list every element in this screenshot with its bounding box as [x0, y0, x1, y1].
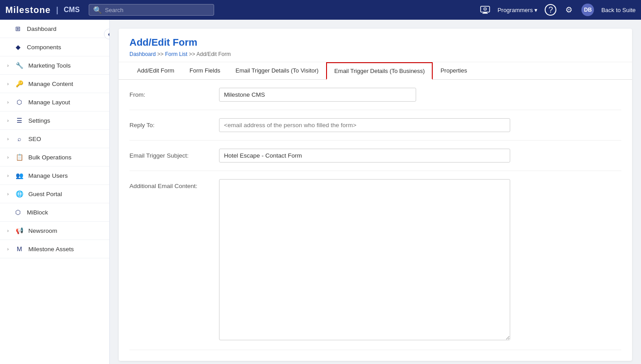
- content-panel: Add/Edit Form Dashboard >> Form List >> …: [119, 29, 632, 361]
- sidebar-item-label-settings: Settings: [28, 117, 104, 124]
- sidebar-item-milestone-assets[interactable]: ›MMilestone Assets: [0, 240, 109, 258]
- avatar[interactable]: DB: [581, 4, 594, 16]
- breadcrumb-current: Add/Edit Form: [196, 51, 231, 57]
- from-label: From:: [129, 88, 219, 98]
- sidebar-item-manage-content[interactable]: ›🔑Manage Content: [0, 75, 109, 93]
- guest-portal-icon: 🌐: [15, 189, 24, 198]
- newsroom-icon: 📢: [15, 226, 24, 235]
- sidebar-item-settings[interactable]: ›☰Settings: [0, 111, 109, 130]
- chevron-right-icon: ›: [7, 63, 9, 68]
- marketing-tools-icon: 🔧: [15, 61, 24, 70]
- additional-content-row: Additional Email Content:: [129, 171, 621, 350]
- brand-cms: CMS: [64, 6, 80, 14]
- brand-milestone: Milestone: [5, 5, 51, 15]
- top-navigation: Milestone | CMS 🔍 Programmers ▾ ? ⚙ DB B…: [0, 0, 641, 20]
- search-input[interactable]: [105, 7, 210, 13]
- chevron-down-icon: ▾: [534, 7, 538, 13]
- from-field: [219, 88, 621, 102]
- subject-row: Email Trigger Subject:: [129, 141, 621, 171]
- chevron-right-icon: ›: [7, 100, 9, 105]
- miblock-icon: ⬡: [13, 208, 22, 217]
- sidebar-item-label-newsroom: Newsroom: [28, 227, 104, 234]
- components-icon: ◆: [13, 43, 22, 51]
- sidebar-item-bulk-operations[interactable]: ›📋Bulk Operations: [0, 148, 109, 167]
- reply-to-field: [219, 118, 621, 132]
- tab-email-trigger-visitor[interactable]: Email Trigger Details (To Visitor): [228, 62, 326, 80]
- tab-add-edit-form[interactable]: Add/Edit Form: [129, 62, 182, 80]
- sidebar-item-label-dashboard: Dashboard: [27, 26, 104, 32]
- breadcrumb-formlist[interactable]: Form List: [165, 51, 187, 57]
- brand-logo: Milestone | CMS: [5, 5, 80, 15]
- chevron-right-icon: ›: [7, 192, 9, 197]
- sidebar-item-label-manage-users: Manage Users: [28, 172, 104, 179]
- additional-content-label: Additional Email Content:: [129, 179, 219, 189]
- seo-icon: ⌕: [15, 134, 24, 143]
- help-icon[interactable]: ?: [545, 4, 556, 16]
- sidebar-item-marketing-tools[interactable]: ›🔧Marketing Tools: [0, 56, 109, 75]
- breadcrumb-dashboard[interactable]: Dashboard: [129, 51, 156, 57]
- chevron-right-icon: ›: [7, 247, 9, 252]
- form-area: From: Reply To: Email Trigger Subject:: [119, 80, 632, 361]
- additional-content-textarea[interactable]: [219, 179, 510, 340]
- chevron-right-icon: ›: [7, 228, 9, 233]
- sidebar-item-label-manage-layout: Manage Layout: [28, 99, 104, 106]
- milestone-assets-icon: M: [15, 244, 24, 253]
- sidebar-item-guest-portal[interactable]: ›🌐Guest Portal: [0, 185, 109, 203]
- sidebar-item-label-guest-portal: Guest Portal: [28, 191, 104, 197]
- search-icon: 🔍: [93, 4, 102, 15]
- tab-properties[interactable]: Properties: [433, 62, 474, 80]
- monitor-icon[interactable]: [480, 4, 490, 15]
- sidebar-item-label-miblock: MiBlock: [27, 209, 104, 216]
- manage-content-icon: 🔑: [15, 79, 24, 88]
- programmers-dropdown[interactable]: Programmers ▾: [498, 7, 538, 13]
- topnav-right: Programmers ▾ ? ⚙ DB Back to Suite: [480, 4, 636, 16]
- subject-field: [219, 149, 621, 163]
- gear-icon[interactable]: ⚙: [564, 4, 574, 15]
- reply-to-row: Reply To:: [129, 110, 621, 141]
- tab-email-trigger-business[interactable]: Email Trigger Details (To Business): [326, 62, 433, 80]
- tab-form-fields[interactable]: Form Fields: [182, 62, 228, 80]
- chevron-right-icon: ›: [7, 137, 9, 141]
- page-title: Add/Edit Form: [129, 37, 621, 48]
- bulk-operations-icon: 📋: [15, 153, 24, 162]
- svg-rect-1: [483, 12, 487, 13]
- sidebar-item-dashboard[interactable]: ⊞Dashboard: [0, 20, 109, 38]
- chevron-right-icon: ›: [7, 155, 9, 160]
- chevron-right-icon: ›: [7, 118, 9, 123]
- svg-rect-2: [482, 13, 488, 14]
- sidebar-item-label-seo: SEO: [28, 136, 104, 142]
- sidebar-item-manage-layout[interactable]: ›⬡Manage Layout: [0, 93, 109, 111]
- svg-point-4: [485, 9, 486, 9]
- main-content: Add/Edit Form Dashboard >> Form List >> …: [110, 20, 641, 364]
- sidebar-item-label-bulk-operations: Bulk Operations: [28, 154, 104, 161]
- reply-to-input[interactable]: [219, 118, 510, 132]
- subject-input[interactable]: [219, 149, 510, 163]
- search-bar[interactable]: 🔍: [89, 4, 214, 16]
- from-input[interactable]: [219, 88, 416, 102]
- manage-users-icon: 👥: [15, 171, 24, 180]
- chevron-right-icon: ›: [7, 81, 9, 86]
- manage-layout-icon: ⬡: [15, 98, 24, 107]
- breadcrumb: Dashboard >> Form List >> Add/Edit Form: [129, 51, 621, 57]
- sidebar-item-newsroom[interactable]: ›📢Newsroom: [0, 222, 109, 240]
- sidebar-item-label-milestone-assets: Milestone Assets: [28, 246, 104, 253]
- main-layout: ❮ ⊞Dashboard◆Components›🔧Marketing Tools…: [0, 20, 641, 364]
- sidebar-item-miblock[interactable]: ⬡MiBlock: [0, 203, 109, 222]
- sidebar-item-components[interactable]: ◆Components: [0, 38, 109, 56]
- sidebar-item-seo[interactable]: ›⌕SEO: [0, 130, 109, 148]
- subject-label: Email Trigger Subject:: [129, 149, 219, 159]
- tab-bar: Add/Edit FormForm FieldsEmail Trigger De…: [119, 62, 632, 80]
- chevron-right-icon: ›: [7, 173, 9, 178]
- dashboard-icon: ⊞: [13, 24, 22, 33]
- back-to-suite-link[interactable]: Back to Suite: [601, 7, 636, 13]
- content-header: Add/Edit Form Dashboard >> Form List >> …: [119, 29, 632, 62]
- sidebar-item-label-marketing-tools: Marketing Tools: [28, 62, 104, 69]
- sidebar-item-manage-users[interactable]: ›👥Manage Users: [0, 167, 109, 185]
- from-row: From:: [129, 80, 621, 110]
- additional-content-field: [219, 179, 621, 342]
- settings-icon: ☰: [15, 116, 24, 125]
- programmers-label: Programmers: [498, 7, 533, 13]
- sidebar: ❮ ⊞Dashboard◆Components›🔧Marketing Tools…: [0, 20, 110, 364]
- sidebar-item-label-components: Components: [27, 44, 104, 51]
- reply-to-label: Reply To:: [129, 118, 219, 128]
